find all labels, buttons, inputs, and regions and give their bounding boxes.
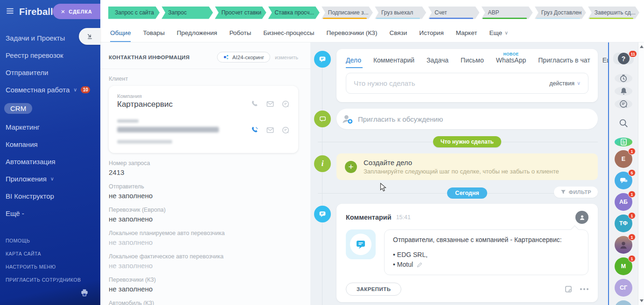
composer-tab-more[interactable]: Еще ∨ — [602, 56, 608, 68]
close-icon[interactable]: × — [61, 8, 65, 15]
sidebar-item-crm[interactable]: CRM — [0, 98, 100, 118]
tab-business-processes[interactable]: Бизнес-процессы — [257, 23, 320, 42]
actions-dropdown[interactable]: действия∨ — [549, 80, 581, 87]
pin-button[interactable]: ЗАКРЕПИТЬ — [346, 283, 401, 296]
phone-icon[interactable] — [251, 100, 259, 110]
more-options-icon[interactable] — [580, 288, 588, 290]
note-icon[interactable] — [564, 285, 573, 293]
stage-signing[interactable]: Подписание з... — [322, 7, 373, 19]
field-value[interactable]: не заполнено — [109, 215, 298, 223]
pencil-icon[interactable] — [417, 262, 423, 268]
composer-tab-task[interactable]: Задача — [427, 56, 448, 68]
plus-icon[interactable]: + — [345, 161, 357, 173]
stage-cargo-delivered[interactable]: Груз Доставлен — [535, 7, 586, 19]
composer-tab-email[interactable]: Письмо — [461, 56, 484, 68]
user-avatar[interactable]: 1 АБ — [615, 193, 632, 211]
stage-request-from-site[interactable]: Запрос с сайта — [108, 7, 160, 19]
tab-carriers-kz[interactable]: Перевозчики (КЗ) — [321, 23, 384, 42]
mail-icon[interactable] — [266, 100, 274, 110]
hamburger-menu-icon[interactable] — [6, 7, 14, 17]
sidebar-item-senders[interactable]: Отправители — [0, 64, 100, 81]
messenger-button[interactable] — [615, 99, 632, 109]
user-avatar[interactable]: 1 E — [615, 150, 632, 168]
today-pill[interactable]: Сегодня — [447, 187, 487, 199]
comment-type-label: Комментарий — [346, 214, 392, 221]
stage-request[interactable]: Запрос — [161, 7, 213, 19]
sidebar-item-automation[interactable]: Автоматизация — [0, 153, 100, 170]
edit-link[interactable]: изменить — [275, 55, 298, 60]
user-photo-avatar[interactable]: 1 — [615, 236, 632, 254]
tab-more[interactable]: Еще∨ — [483, 23, 514, 42]
field-value[interactable]: 2413 — [109, 168, 298, 176]
help-button[interactable]: 11 ? — [613, 53, 634, 64]
composer-tab-invite-to-chat[interactable]: Пригласить в чат — [538, 56, 590, 68]
todo-input[interactable]: Что нужно сделать действия∨ — [346, 73, 588, 94]
timer-button[interactable] — [615, 74, 632, 83]
stage-cargo-departed[interactable]: Груз выехал — [375, 7, 426, 19]
sidebar-item-marketing[interactable]: Маркетинг — [0, 118, 100, 136]
sidebar-invite-employees-link[interactable]: ПРИГЛАСИТЬ СОТРУДНИКОВ — [0, 273, 100, 286]
sidebar-item-transport-registry[interactable]: Реестр перевозок — [0, 47, 100, 64]
scroll-up-arrow-icon[interactable] — [640, 45, 644, 48]
field-value[interactable]: не заполнено — [109, 262, 298, 270]
ai-scoring-button[interactable]: AI24-скоринг — [217, 52, 270, 62]
chat-icon[interactable] — [281, 100, 290, 110]
tab-general[interactable]: Общие — [104, 23, 137, 42]
field-label: Автомобиль (КЗ) — [109, 300, 298, 305]
user-avatar[interactable]: OS — [615, 300, 632, 305]
user-avatar[interactable]: СГ — [615, 279, 632, 297]
clock-icon — [619, 74, 628, 83]
user-avatar[interactable]: 1 ТФ — [615, 215, 632, 232]
stage-close-deal[interactable]: Завершить сд... — [588, 7, 639, 19]
scroll-down-arrow-icon[interactable] — [640, 299, 644, 302]
deal-entity-pill[interactable]: × СДЕЛКА — [53, 4, 100, 19]
sidebar-item-company[interactable]: Компания — [0, 136, 100, 153]
tab-links[interactable]: Связи — [384, 23, 413, 42]
chat-avatar[interactable]: 5 — [615, 172, 632, 189]
composer-tab-whatsapp[interactable]: НОВОЕWhatsApp — [496, 56, 526, 68]
sidebar-item-apps[interactable]: Приложения ∨ — [0, 170, 100, 187]
composer-tab-label: Письмо — [461, 56, 484, 64]
tab-quotes[interactable]: Предложения — [171, 23, 224, 42]
tab-history[interactable]: История — [413, 23, 449, 42]
sidebar-configure-menu-link[interactable]: НАСТРОИТЬ МЕНЮ — [0, 260, 100, 273]
printer-icon[interactable] — [80, 288, 89, 299]
field-value[interactable]: не заполнено — [109, 192, 298, 200]
tab-robots[interactable]: Роботы — [223, 23, 257, 42]
mail-icon[interactable] — [266, 126, 274, 136]
field-value[interactable]: не заполнено — [109, 238, 298, 246]
stage-invoice[interactable]: Счет — [428, 7, 479, 19]
create-activity-hint[interactable]: + Создайте дело Запланируйте следующий ш… — [336, 153, 598, 180]
sidebar-item-label: Компания — [6, 140, 38, 148]
app-logo[interactable]: Fireball — [19, 7, 53, 17]
news-feed-button[interactable] — [615, 138, 632, 146]
sidebar-help-link[interactable]: ПОМОЩЬ — [0, 234, 100, 247]
composer-tab-comment[interactable]: Комментарий — [373, 56, 414, 68]
tab-products[interactable]: Товары — [137, 23, 170, 42]
search-button[interactable] — [615, 118, 632, 128]
company-name[interactable]: Картрансервис — [117, 100, 251, 109]
help-badge: 11 — [629, 50, 637, 57]
stage-avr[interactable]: АВР — [481, 7, 532, 19]
composer-tab-activity[interactable]: Дело — [346, 56, 361, 68]
chat-icon[interactable] — [281, 126, 290, 136]
invite-to-discussion-bar[interactable]: Пригласить к обсуждению — [336, 109, 598, 129]
author-avatar[interactable] — [575, 211, 588, 224]
notifications-button[interactable] — [615, 87, 632, 96]
collapse-menu-button[interactable] — [79, 28, 100, 45]
tab-label: Товары — [143, 29, 164, 36]
blurred-contact-name[interactable] — [117, 127, 219, 132]
stage-rate-calculated[interactable]: Ставка просч... — [268, 7, 320, 19]
sidebar-item-more[interactable]: Ещё - — [0, 205, 100, 222]
page-scrollbar[interactable] — [638, 42, 644, 305]
tab-market[interactable]: Маркет — [450, 23, 483, 42]
sidebar-sitemap-link[interactable]: КАРТА САЙТА — [0, 247, 100, 260]
filter-button[interactable]: ФИЛЬТР — [554, 187, 598, 198]
sidebar-item-bi-builder[interactable]: BI Конструктор — [0, 187, 100, 205]
stage-rate-calculation[interactable]: Просчет ставки — [215, 7, 266, 19]
phone-icon[interactable] — [251, 126, 259, 136]
field-value[interactable]: не заполнено — [109, 285, 298, 293]
user-avatar[interactable]: 1 М — [615, 257, 632, 275]
next-step-pill[interactable]: Что нужно сделать — [433, 136, 501, 147]
sidebar-item-collaboration[interactable]: Совместная работа ∨ 10 — [0, 81, 100, 98]
